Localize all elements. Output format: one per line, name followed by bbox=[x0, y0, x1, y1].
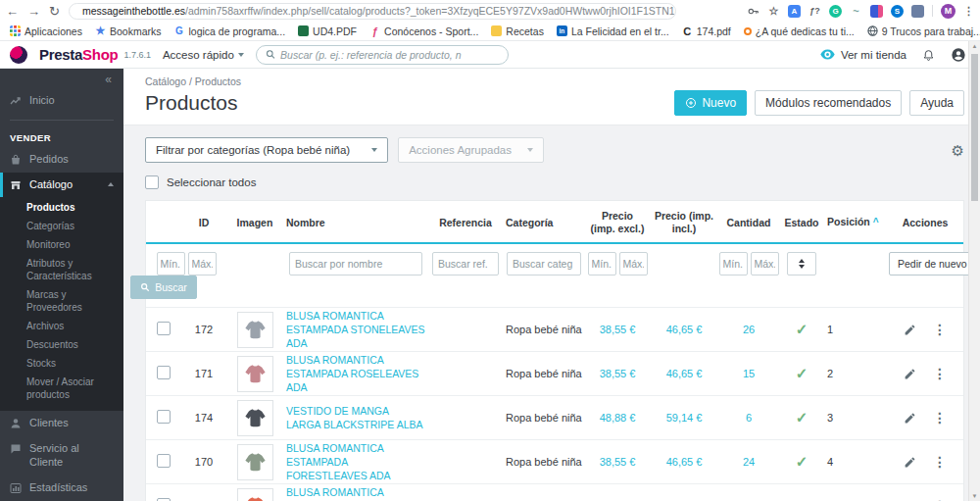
col-cantidad[interactable]: Cantidad bbox=[718, 217, 779, 229]
select-all-checkbox[interactable] bbox=[145, 175, 159, 189]
edit-pencil-icon[interactable] bbox=[904, 324, 916, 336]
sidebar-subitem-productos[interactable]: Productos bbox=[0, 198, 123, 217]
sidebar-subitem-archivos[interactable]: Archivos bbox=[0, 317, 123, 335]
recommended-modules-button[interactable]: Módulos recomendados bbox=[755, 90, 902, 116]
sidebar-subitem-atributos[interactable]: Atributos y Características bbox=[0, 254, 123, 285]
notifications-bell-icon[interactable] bbox=[922, 48, 935, 62]
row-menu-icon[interactable]: ⋮ bbox=[933, 366, 947, 381]
table-search-button[interactable]: Buscar bbox=[130, 276, 197, 299]
sidebar-item-clientes[interactable]: Clientes bbox=[0, 411, 123, 436]
product-name-link[interactable]: BLUSA ROMANTICA ESTAMPADA TANGERINELEAVE… bbox=[286, 485, 425, 501]
scrollbar-thumb[interactable] bbox=[971, 54, 978, 201]
h-extension-icon[interactable] bbox=[870, 5, 883, 18]
view-shop-link[interactable]: Ver mi tienda bbox=[820, 49, 906, 61]
status-select[interactable] bbox=[787, 252, 816, 276]
url-bar[interactable]: messageinthebottle.es/admin758axrffw/ind… bbox=[69, 3, 676, 20]
row-menu-icon[interactable]: ⋮ bbox=[933, 322, 947, 337]
forward-icon[interactable]: → bbox=[27, 5, 40, 18]
key-icon[interactable] bbox=[747, 5, 760, 18]
sidebar-subitem-mover[interactable]: Mover / Asociar productos bbox=[0, 373, 123, 404]
id-min-input[interactable] bbox=[157, 252, 185, 276]
sidebar-subitem-categorias[interactable]: Categorías bbox=[0, 217, 123, 235]
quick-access-menu[interactable]: Acceso rápido bbox=[163, 49, 244, 61]
new-product-button[interactable]: Nuevo bbox=[674, 90, 747, 116]
row-checkbox[interactable] bbox=[157, 454, 171, 468]
price-min-input[interactable] bbox=[588, 252, 616, 276]
window-scrollbar[interactable]: ▲ ▼ bbox=[968, 41, 980, 501]
row-checkbox[interactable] bbox=[157, 366, 171, 379]
col-estado[interactable]: Estado bbox=[779, 217, 824, 229]
bookmark-conocenos[interactable]: ƒ Conócenos - Sport... bbox=[369, 25, 478, 37]
reference-search-input[interactable] bbox=[432, 252, 499, 276]
sidebar-item-catalogo[interactable]: Catálogo bbox=[0, 173, 123, 198]
skype-extension-icon[interactable]: S bbox=[891, 5, 904, 18]
status-check-icon[interactable]: ✓ bbox=[796, 365, 808, 381]
product-thumbnail[interactable] bbox=[237, 488, 273, 501]
row-menu-icon[interactable]: ⋮ bbox=[933, 410, 947, 426]
qty-min-input[interactable] bbox=[719, 252, 748, 276]
product-thumbnail[interactable] bbox=[237, 444, 273, 480]
translate-extension-icon[interactable]: A bbox=[788, 5, 801, 18]
product-name-link[interactable]: BLUSA ROMANTICA ESTAMPADA ROSELEAVES ADA bbox=[286, 353, 425, 395]
row-menu-icon[interactable]: ⋮ bbox=[933, 454, 947, 470]
scroll-down-icon[interactable]: ▼ bbox=[969, 493, 980, 499]
reorder-button[interactable]: Pedir de nuevo bbox=[889, 252, 976, 276]
qty-max-input[interactable] bbox=[751, 252, 779, 276]
bookmark-trucos[interactable]: 9 Trucos para trabaj... bbox=[867, 25, 980, 37]
status-check-icon[interactable]: ✓ bbox=[796, 321, 808, 337]
bookmark-logica[interactable]: G logica de programa... bbox=[173, 25, 285, 37]
product-thumbnail[interactable] bbox=[237, 400, 273, 436]
scroll-up-icon[interactable]: ▲ bbox=[969, 43, 980, 49]
notebook-extension-icon[interactable] bbox=[911, 5, 924, 18]
bookmark-ud4pdf[interactable]: UD4.PDF bbox=[298, 25, 357, 37]
bulk-actions-dropdown[interactable]: Acciones Agrupadas bbox=[398, 137, 544, 163]
row-checkbox[interactable] bbox=[157, 410, 171, 424]
back-icon[interactable]: ← bbox=[6, 5, 19, 18]
status-check-icon[interactable]: ✓ bbox=[796, 497, 808, 501]
bookmark-dedicas[interactable]: ¿A qué dedicas tu ti... bbox=[744, 25, 855, 37]
bookmark-felicidad[interactable]: in La Felicidad en el tr... bbox=[557, 25, 669, 37]
grid-settings-gear-icon[interactable]: ⚙ bbox=[952, 143, 964, 158]
col-referencia[interactable]: Referencia bbox=[428, 217, 503, 229]
bookmark-apps[interactable]: Aplicaciones bbox=[10, 25, 82, 37]
sort-asc-icon[interactable]: ^ bbox=[873, 217, 879, 227]
name-search-input[interactable] bbox=[289, 252, 422, 276]
reload-icon[interactable]: ↻ bbox=[49, 5, 60, 18]
price-max-input[interactable] bbox=[619, 252, 648, 276]
admin-search[interactable] bbox=[256, 45, 509, 65]
bookmark-recetas[interactable]: Recetas bbox=[491, 25, 544, 37]
squiggle-extension-icon[interactable]: ~ bbox=[850, 5, 862, 18]
status-check-icon[interactable]: ✓ bbox=[796, 453, 808, 470]
category-search-input[interactable] bbox=[507, 252, 581, 276]
chrome-menu-icon[interactable]: ⋮ bbox=[963, 6, 974, 17]
sidebar-item-servicio[interactable]: Servicio al Cliente bbox=[0, 436, 123, 476]
id-max-input[interactable] bbox=[188, 252, 217, 276]
category-filter-dropdown[interactable]: Filtrar por categorías (Ropa bebé niña) bbox=[145, 137, 388, 163]
product-thumbnail[interactable] bbox=[237, 356, 273, 392]
col-id[interactable]: ID bbox=[181, 217, 226, 229]
product-name-link[interactable]: BLUSA ROMANTICA ESTAMPADA STONELEAVES AD… bbox=[286, 309, 425, 351]
col-precio-incl[interactable]: Precio (imp. incl.) bbox=[650, 210, 718, 235]
product-thumbnail[interactable] bbox=[237, 312, 273, 348]
status-check-icon[interactable]: ✓ bbox=[796, 409, 808, 426]
sidebar-item-inicio[interactable]: Inicio bbox=[0, 88, 123, 114]
bookmark-174pdf[interactable]: C 174.pdf bbox=[682, 25, 731, 37]
edit-pencil-icon[interactable] bbox=[904, 412, 916, 425]
select-all-control[interactable]: Seleccionar todos bbox=[145, 175, 964, 189]
admin-search-input[interactable] bbox=[280, 49, 499, 61]
breadcrumb-parent[interactable]: Catálogo bbox=[145, 75, 186, 87]
col-nombre[interactable]: Nombre bbox=[283, 217, 428, 229]
sidebar-subitem-marcas[interactable]: Marcas y Proveedores bbox=[0, 285, 123, 317]
edit-pencil-icon[interactable] bbox=[904, 456, 916, 469]
bookmark-star-icon[interactable]: ☆ bbox=[767, 5, 780, 18]
browser-profile-avatar[interactable]: M bbox=[941, 4, 956, 19]
edit-pencil-icon[interactable] bbox=[904, 368, 916, 380]
product-name-link[interactable]: BLUSA ROMANTICA ESTAMPADA FORESTLEAVES A… bbox=[286, 441, 425, 483]
col-precio-excl[interactable]: Precio (imp. excl.) bbox=[585, 210, 650, 235]
sidebar-item-estadisticas[interactable]: Estadísticas bbox=[0, 476, 123, 501]
sidebar-subitem-monitoreo[interactable]: Monitoreo bbox=[0, 235, 123, 254]
col-posicion[interactable]: Posición ^ bbox=[824, 216, 887, 229]
sidebar-subitem-descuentos[interactable]: Descuentos bbox=[0, 335, 123, 354]
help-button[interactable]: Ayuda bbox=[909, 90, 964, 116]
sidebar-subitem-stocks[interactable]: Stocks bbox=[0, 354, 123, 373]
